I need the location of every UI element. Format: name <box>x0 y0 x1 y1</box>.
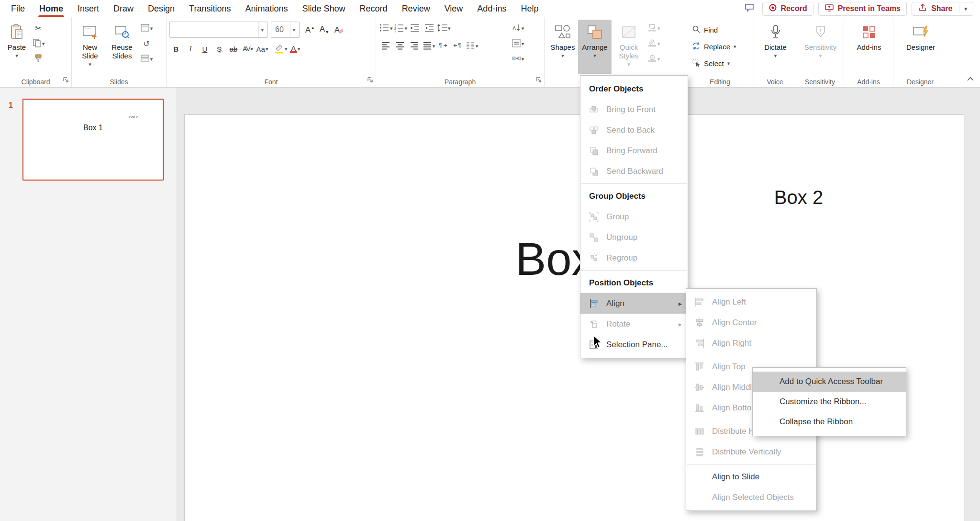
ribbon-context-menu: Add to Quick Access Toolbar Customize th… <box>752 367 906 436</box>
font-size-value: 60 <box>275 25 284 34</box>
tab-transitions[interactable]: Transitions <box>182 0 238 17</box>
menu-item-align[interactable]: Align ▸ <box>580 293 688 314</box>
slides-group-label: Slides <box>72 78 166 86</box>
addins-label: Add-ins <box>857 43 881 52</box>
reset-slide-button[interactable]: ↺ <box>140 37 153 50</box>
line-spacing-button[interactable]: ▾ <box>437 22 451 35</box>
clipboard-dialog-launcher[interactable] <box>63 76 69 85</box>
slide-layout-button[interactable]: ▾ <box>140 22 153 35</box>
decrease-indent-button[interactable] <box>408 22 422 35</box>
align-right-icon <box>694 338 705 349</box>
tab-help[interactable]: Help <box>513 0 546 17</box>
menu-item-collapse-the-ribbon[interactable]: Collapse the Ribbon <box>753 412 906 432</box>
chevron-down-icon: ▾ <box>522 41 524 46</box>
select-button[interactable]: Select ▾ <box>689 56 739 70</box>
menu-item-align-selected-objects: Align Selected Objects <box>686 487 816 508</box>
reuse-slides-button[interactable]: Reuse Slides <box>105 20 139 74</box>
copy-button[interactable]: ▾ <box>32 37 45 50</box>
align-text-button[interactable]: ▾ <box>511 37 524 50</box>
columns-button[interactable]: ▾ <box>465 39 479 53</box>
tab-insert[interactable]: Insert <box>70 0 106 17</box>
shapes-button[interactable]: Shapes ▾ <box>547 20 578 74</box>
svg-text:3: 3 <box>394 30 396 33</box>
font-size-combobox[interactable]: 60▾ <box>271 22 300 38</box>
underline-button[interactable]: U <box>198 42 212 56</box>
menu-item-add-to-quick-access-toolbar[interactable]: Add to Quick Access Toolbar <box>753 372 906 392</box>
new-slide-button[interactable]: New Slide ▾ <box>75 20 105 74</box>
ribbon-tabs: File Home Insert Draw Design Transitions… <box>0 0 546 17</box>
decrease-font-size-button[interactable]: A▼ <box>318 23 331 36</box>
chevron-down-icon: ▾ <box>390 26 393 31</box>
designer-button[interactable]: Designer <box>902 20 940 74</box>
slides-panel: 1 Box 1 Box 2 <box>0 88 177 521</box>
copy-icon <box>32 38 42 49</box>
chevron-down-icon: ▾ <box>150 57 153 62</box>
tab-add-ins[interactable]: Add-ins <box>470 0 513 17</box>
chevron-down-icon[interactable]: ▾ <box>258 22 266 37</box>
tab-draw[interactable]: Draw <box>106 0 141 17</box>
menu-item-customize-the-ribbon[interactable]: Customize the Ribbon... <box>753 392 906 412</box>
align-left-button[interactable] <box>379 39 392 53</box>
section-button[interactable]: ▾ <box>140 52 153 66</box>
increase-indent-button[interactable] <box>423 22 436 35</box>
right-to-left-button[interactable]: ¶ <box>451 39 464 53</box>
format-painter-button[interactable] <box>32 52 45 66</box>
menu-item-label: Align to Slide <box>712 472 759 482</box>
numbering-button[interactable]: 123▾ <box>394 22 408 35</box>
tab-design[interactable]: Design <box>141 0 182 17</box>
change-case-button[interactable]: Aa▾ <box>256 42 269 56</box>
new-slide-label: New Slide <box>76 43 104 60</box>
chevron-down-icon[interactable]: ▾ <box>964 6 967 11</box>
replace-button[interactable]: Replace ▾ <box>689 39 739 54</box>
justify-button[interactable]: ▾ <box>422 39 435 53</box>
left-to-right-button[interactable]: ¶ <box>436 39 450 53</box>
menu-item-align-to-slide[interactable]: Align to Slide <box>686 466 816 487</box>
paragraph-dialog-launcher[interactable] <box>535 76 542 85</box>
tab-animations[interactable]: Animations <box>238 0 295 17</box>
comments-button[interactable] <box>741 2 757 15</box>
tab-home[interactable]: Home <box>32 0 70 17</box>
font-name-combobox[interactable]: ▾ <box>169 22 268 38</box>
record-button[interactable]: Record <box>762 2 813 16</box>
find-button[interactable]: Find <box>689 23 739 37</box>
bold-button[interactable]: B <box>169 42 183 56</box>
textbox-box2[interactable]: Box 2 <box>774 187 823 208</box>
empty-icon-slot <box>694 492 705 503</box>
italic-button[interactable]: I <box>184 42 197 56</box>
addins-button[interactable]: Add-ins <box>852 20 886 74</box>
tab-slide-show[interactable]: Slide Show <box>295 0 353 17</box>
arrange-button[interactable]: Arrange ▾ <box>578 20 612 74</box>
font-color-button[interactable]: A▾ <box>289 42 302 56</box>
present-in-teams-button[interactable]: Present in Teams <box>818 2 907 16</box>
slide-thumbnail[interactable]: Box 1 Box 2 <box>22 99 164 181</box>
tab-view[interactable]: View <box>437 0 470 17</box>
strikethrough-button[interactable]: ab <box>227 42 240 56</box>
tab-file[interactable]: File <box>4 0 32 17</box>
bullets-button[interactable]: ▾ <box>379 22 393 35</box>
align-right-button[interactable] <box>408 39 421 53</box>
menu-item-label: Distribute Vertically <box>712 447 781 457</box>
slide-editing-surface[interactable]: Box 1 Box 2 <box>184 114 964 521</box>
collapse-ribbon-button[interactable] <box>967 75 974 83</box>
share-button[interactable]: Share ▾ <box>912 2 973 16</box>
chevron-down-icon: ▾ <box>448 26 451 31</box>
align-center-button[interactable] <box>393 39 407 53</box>
clear-formatting-button[interactable]: A <box>332 23 345 36</box>
tab-record[interactable]: Record <box>353 0 395 17</box>
text-shadow-button[interactable]: S <box>212 42 226 56</box>
paste-button[interactable]: Paste ▾ <box>3 20 31 74</box>
dictate-button[interactable]: Dictate ▾ <box>759 20 792 74</box>
increase-font-size-button[interactable]: A▲ <box>303 23 317 36</box>
paragraph-group-label: Paragraph <box>376 78 544 86</box>
chevron-down-icon[interactable]: ▾ <box>290 22 297 37</box>
menu-item-bring-forward: Bring Forward <box>580 140 688 161</box>
cut-button[interactable]: ✂ <box>32 22 45 35</box>
font-dialog-launcher[interactable] <box>367 76 373 85</box>
text-highlight-button[interactable]: ▾ <box>274 42 288 56</box>
convert-smartart-button[interactable]: ▾ <box>511 52 524 66</box>
menu-item-label: Bring to Front <box>606 105 656 114</box>
character-spacing-button[interactable]: AV▾ <box>241 42 255 56</box>
shape-outline-icon <box>647 39 657 49</box>
text-direction-button[interactable]: A▾ <box>511 22 524 35</box>
tab-review[interactable]: Review <box>395 0 437 17</box>
